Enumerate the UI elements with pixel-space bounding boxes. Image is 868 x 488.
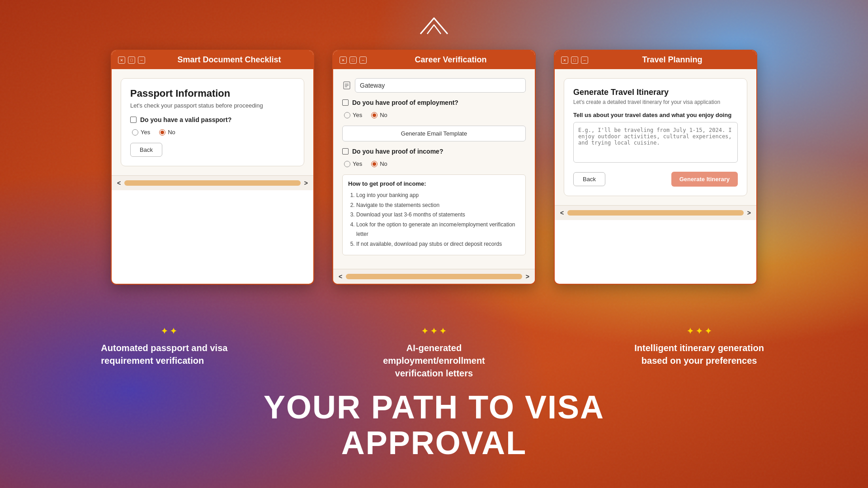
passport-radio-group: Yes No <box>130 129 295 136</box>
instructions-title: How to get proof of income: <box>348 180 520 187</box>
smart-doc-title: Smart Document Checklist <box>151 55 307 65</box>
instruction-5: If not available, download pay stubs or … <box>356 239 520 249</box>
career-window: × □ – Career Verification Do you have <box>332 50 536 285</box>
passport-question: Do you have a valid passport? <box>130 116 295 123</box>
career-max-btn[interactable]: □ <box>349 56 357 64</box>
caption-2-stars: ✦ ✦ ✦ <box>421 326 446 337</box>
scroll-right-arrow[interactable]: > <box>304 179 308 187</box>
employment-yes-radio[interactable] <box>344 112 350 118</box>
caption-3: ✦ ✦ ✦ Intelligent itinerary generation b… <box>632 326 767 380</box>
bottom-title-line1: YOUR PATH TO VISA <box>264 389 604 425</box>
instruction-3: Download your last 3-6 months of stateme… <box>356 210 520 220</box>
bottom-title-line2: APPROVAL <box>264 425 604 461</box>
itinerary-subtitle: Let's create a detailed travel itinerary… <box>573 99 738 105</box>
income-yes-option[interactable]: Yes <box>344 160 362 167</box>
career-titlebar: × □ – Career Verification <box>333 51 535 69</box>
scroll-left-arrow[interactable]: < <box>117 179 121 187</box>
career-scrollbar: < > <box>333 269 535 284</box>
passport-back-button[interactable]: Back <box>130 143 162 157</box>
travel-min-btn[interactable]: – <box>581 56 588 64</box>
instruction-1: Log into your banking app <box>356 191 520 201</box>
employment-no-radio[interactable] <box>371 112 377 118</box>
caption-1-text: Automated passport and visa requirement … <box>101 342 236 367</box>
travel-close-btn[interactable]: × <box>561 56 568 64</box>
itinerary-heading: Generate Travel Itinerary <box>573 88 738 97</box>
employment-yes-option[interactable]: Yes <box>344 112 362 118</box>
employment-radio-group: Yes No <box>342 112 526 118</box>
travel-window: × □ – Travel Planning Generate Travel It… <box>554 50 757 285</box>
career-scroll-right[interactable]: > <box>526 273 529 280</box>
passport-subtitle: Let's check your passport status before … <box>130 102 295 109</box>
career-scroll-left[interactable]: < <box>339 273 342 280</box>
income-instructions: How to get proof of income: Log into you… <box>342 174 526 255</box>
feature-captions: ✦ ✦ Automated passport and visa requirem… <box>0 326 868 380</box>
travel-scroll-right[interactable]: > <box>747 209 751 216</box>
smart-doc-titlebar: × □ – Smart Document Checklist <box>112 51 313 69</box>
instruction-2: Navigate to the statements section <box>356 201 520 211</box>
mountain-logo-icon <box>416 14 452 36</box>
document-icon <box>342 81 351 90</box>
caption-1-stars: ✦ ✦ <box>161 326 177 337</box>
career-scroll-track[interactable] <box>346 274 522 279</box>
travel-max-btn[interactable]: □ <box>571 56 578 64</box>
income-checkbox[interactable] <box>342 148 349 155</box>
employment-no-option[interactable]: No <box>371 112 387 118</box>
passport-no-radio[interactable] <box>159 129 165 136</box>
travel-controls: × □ – <box>561 56 588 64</box>
gateway-input[interactable] <box>355 78 526 93</box>
travel-textarea[interactable] <box>573 122 738 163</box>
travel-content: Generate Travel Itinerary Let's create a… <box>555 69 756 205</box>
travel-back-button[interactable]: Back <box>573 172 605 186</box>
smart-doc-scrollbar: < > <box>112 175 313 190</box>
career-title: Career Verification <box>373 55 528 65</box>
travel-scroll-track[interactable] <box>567 210 744 216</box>
travel-titlebar: × □ – Travel Planning <box>555 51 756 69</box>
smart-doc-content: Passport Information Let's check your pa… <box>112 69 313 175</box>
itinerary-card: Generate Travel Itinerary Let's create a… <box>564 78 747 196</box>
scroll-track[interactable] <box>124 180 301 186</box>
passport-yes-radio[interactable] <box>132 129 138 136</box>
career-min-btn[interactable]: – <box>359 56 367 64</box>
career-content: Do you have proof of employment? Yes No … <box>333 69 535 269</box>
instructions-list: Log into your banking app Navigate to th… <box>348 191 520 249</box>
titlebar-controls: × □ – <box>118 56 145 64</box>
generate-itinerary-button[interactable]: Generate Itinerary <box>671 172 738 187</box>
passport-yes-option[interactable]: Yes <box>132 129 150 136</box>
caption-3-text: Intelligent itinerary generation based o… <box>632 342 767 367</box>
caption-2-text: AI-generated employment/enrollment verif… <box>366 342 502 380</box>
instruction-4: Look for the option to generate an incom… <box>356 220 520 239</box>
income-question: Do you have proof of income? <box>342 148 526 155</box>
logo-area <box>416 14 452 38</box>
caption-2: ✦ ✦ ✦ AI-generated employment/enrollment… <box>366 326 502 380</box>
income-radio-group: Yes No <box>342 160 526 167</box>
income-no-option[interactable]: No <box>371 160 387 167</box>
itinerary-section-label: Tell us about your travel dates and what… <box>573 112 738 118</box>
close-btn[interactable]: × <box>118 56 125 64</box>
passport-heading: Passport Information <box>130 88 295 99</box>
maximize-btn[interactable]: □ <box>128 56 135 64</box>
travel-scrollbar: < > <box>555 205 756 220</box>
passport-no-option[interactable]: No <box>159 129 175 136</box>
employment-question: Do you have proof of employment? <box>342 99 526 106</box>
income-yes-radio[interactable] <box>344 161 350 167</box>
generate-email-button[interactable]: Generate Email Template <box>342 126 526 141</box>
passport-card: Passport Information Let's check your pa… <box>121 78 304 166</box>
gateway-row <box>342 78 526 93</box>
travel-scroll-left[interactable]: < <box>560 209 564 216</box>
caption-3-stars: ✦ ✦ ✦ <box>687 326 712 337</box>
itinerary-footer: Back Generate Itinerary <box>573 172 738 187</box>
minimize-btn[interactable]: – <box>138 56 145 64</box>
income-section: Do you have proof of income? Yes No How … <box>342 148 526 255</box>
career-close-btn[interactable]: × <box>340 56 347 64</box>
bottom-title: YOUR PATH TO VISA APPROVAL <box>264 389 604 461</box>
windows-row: × □ – Smart Document Checklist Passport … <box>0 50 868 285</box>
employment-checkbox[interactable] <box>342 99 349 106</box>
travel-title: Travel Planning <box>594 55 750 65</box>
passport-checkbox[interactable] <box>130 117 137 123</box>
smart-doc-window: × □ – Smart Document Checklist Passport … <box>111 50 314 285</box>
caption-1: ✦ ✦ Automated passport and visa requirem… <box>101 326 236 380</box>
career-controls: × □ – <box>340 56 367 64</box>
income-no-radio[interactable] <box>371 161 377 167</box>
